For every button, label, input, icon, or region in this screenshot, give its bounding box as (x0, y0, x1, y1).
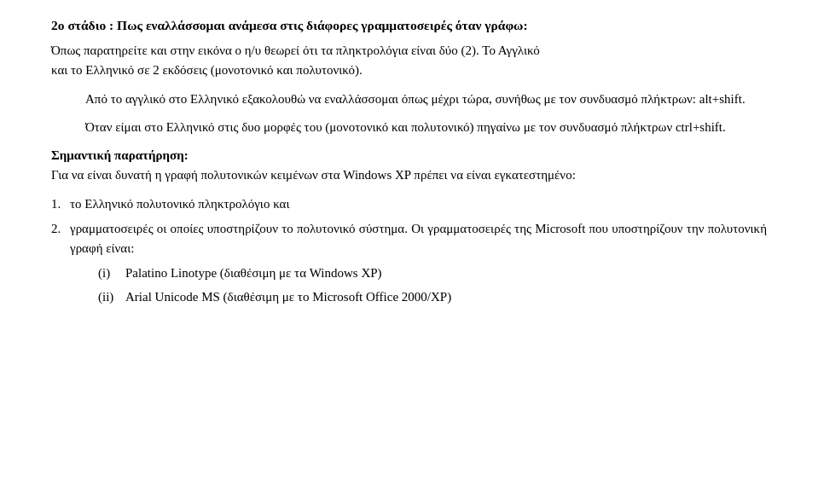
title-text-line1: 2ο στάδιο : Πως εναλλάσσομαι ανάμεσα στι… (51, 18, 528, 32)
roman1-text: Palatino Linotype (διαθέσιμη με τα Windo… (125, 264, 767, 283)
roman2-text: Arial Unicode MS (διαθέσιμη με το Micros… (125, 287, 767, 307)
item2-text: γραμματοσειρές οι οποίες υποστηρίζουν το… (70, 219, 767, 259)
item2-number: 2. (51, 219, 70, 239)
paragraph-1: Από το αγγλικό στο Ελληνικό εξακολουθώ ν… (85, 90, 767, 109)
section-heading-block: Σημαντική παρατήρηση: Για να είναι δυνατ… (51, 146, 767, 186)
section-heading-text: Σημαντική παρατήρηση: (51, 148, 189, 162)
item1-text: το Ελληνικό πολυτονικό πληκτρολόγιο και (70, 194, 767, 214)
roman-item-1: (i) Palatino Linotype (διαθέσιμη με τα W… (98, 264, 767, 283)
roman2-label: (ii) (98, 287, 125, 307)
intro-text-2: και το Ελληνικό σε 2 εκδόσεις (μονοτονικ… (51, 63, 363, 77)
p3-text: Για να είναι δυνατή η γραφή πολυτονικών … (51, 168, 576, 182)
p1-text: Από το αγγλικό στο Ελληνικό εξακολουθώ ν… (85, 92, 745, 106)
p2-text: Όταν είμαι στο Ελληνικό στις δυο μορφές … (85, 120, 726, 134)
item1-number: 1. (51, 194, 70, 214)
intro-paragraph: Όπως παρατηρείτε και στην εικόνα ο η/υ θ… (51, 41, 767, 81)
intro-text-1: Όπως παρατηρείτε και στην εικόνα ο η/υ θ… (51, 43, 540, 57)
roman-item-2: (ii) Arial Unicode MS (διαθέσιμη με το M… (98, 287, 767, 307)
numbered-item-1: 1. το Ελληνικό πολυτονικό πληκτρολόγιο κ… (51, 194, 767, 214)
paragraph-2: Όταν είμαι στο Ελληνικό στις δυο μορφές … (85, 118, 767, 137)
roman1-label: (i) (98, 264, 125, 283)
main-title: 2ο στάδιο : Πως εναλλάσσομαι ανάμεσα στι… (51, 15, 767, 36)
numbered-item-2: 2. γραμματοσειρές οι οποίες υποστηρίζουν… (51, 219, 767, 259)
